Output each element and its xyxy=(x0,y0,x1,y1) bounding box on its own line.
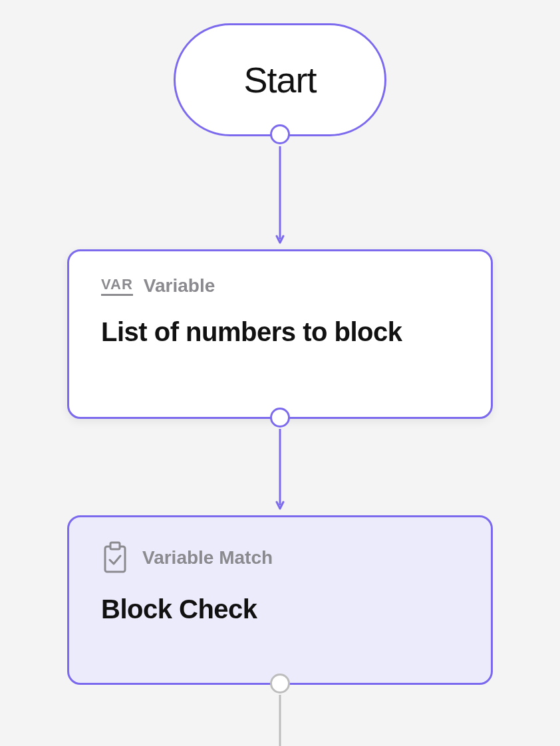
match-node-header: Variable Match xyxy=(101,541,459,574)
variable-title: List of numbers to block xyxy=(101,315,459,348)
variable-output-port[interactable] xyxy=(270,408,290,428)
start-output-port[interactable] xyxy=(270,124,290,144)
variable-node[interactable]: VAR Variable List of numbers to block xyxy=(67,249,493,419)
flow-canvas[interactable]: Start VAR Variable List of numbers to bl… xyxy=(0,0,560,746)
start-label: Start xyxy=(243,59,316,100)
start-node[interactable]: Start xyxy=(174,23,386,136)
match-type-label: Variable Match xyxy=(142,547,273,568)
match-title: Block Check xyxy=(101,594,459,624)
svg-rect-4 xyxy=(110,543,120,549)
svg-rect-3 xyxy=(105,547,125,572)
variable-type-label: Variable xyxy=(144,275,215,297)
variable-node-header: VAR Variable xyxy=(101,275,459,297)
match-output-port[interactable] xyxy=(270,674,290,693)
clipboard-check-icon xyxy=(101,541,129,574)
var-badge-icon: VAR xyxy=(101,276,133,296)
variable-match-node[interactable]: Variable Match Block Check xyxy=(67,515,493,685)
